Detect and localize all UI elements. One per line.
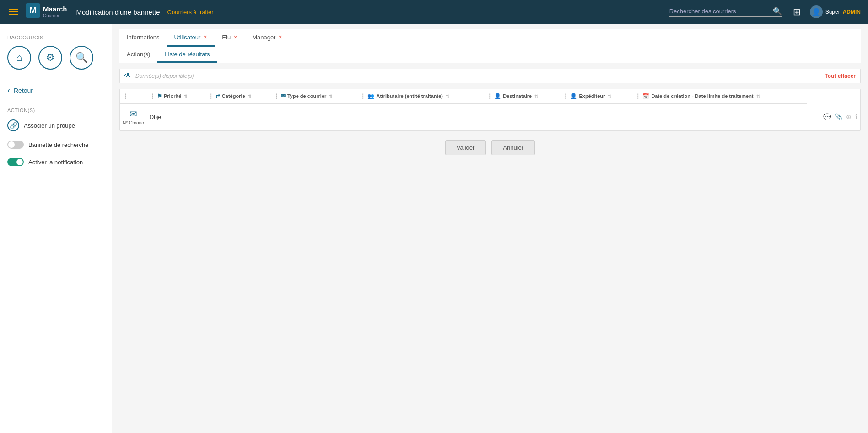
th-expediteur[interactable]: ⋮ 👤 Expéditeur ⇅ [560, 89, 632, 103]
toggle-knob-2 [16, 159, 23, 165]
bannette-toggle[interactable] [7, 141, 24, 149]
shortcut-gear-button[interactable]: ⚙ [38, 46, 62, 70]
sidebar: Raccourcis ⌂ ⚙ 🔍 ‹ Retour Action(s) 🔗 As… [0, 24, 112, 433]
col-drag-icon: ⋮ [150, 93, 155, 99]
menu-icon[interactable] [7, 7, 20, 17]
tab-elu[interactable]: Elu ✕ [215, 29, 245, 47]
th-attributaire-label: Attributaire (entité traitante) [376, 93, 442, 99]
associate-group-item[interactable]: 🔗 Associer un groupe [0, 115, 112, 136]
th-categorie-label: Catégorie [222, 93, 245, 99]
shortcuts-row: ⌂ ⚙ 🔍 [0, 42, 112, 77]
navbar: M Maarch Courrier Modification d'une ban… [0, 0, 868, 24]
tab-manager[interactable]: Manager ✕ [245, 29, 290, 47]
th-attributaire[interactable]: ⋮ 👥 Attributaire (entité traitante) ⇅ [357, 89, 484, 103]
shortcut-home-button[interactable]: ⌂ [7, 46, 31, 70]
avatar: 👤 [810, 5, 823, 18]
th-type-courrier[interactable]: ⋮ ✉ Type de courrier ⇅ [271, 89, 358, 103]
col-drag-icon-6: ⋮ [563, 93, 568, 99]
home-icon: ⌂ [16, 52, 22, 64]
tab-manager-label: Manager [252, 34, 275, 41]
search-icon[interactable]: 🔍 [773, 7, 782, 16]
col-drag-icon-7: ⋮ [635, 93, 641, 99]
objet-cell: Objet [147, 103, 807, 130]
sort-icon-2: ⇅ [248, 94, 252, 99]
back-button[interactable]: ‹ Retour [0, 81, 112, 100]
th-priorite-label: Priorité [164, 93, 182, 99]
sort-icon: ⇅ [184, 94, 188, 99]
th-date[interactable]: ⋮ 📅 Date de création - Date limite de tr… [632, 89, 807, 103]
user-menu[interactable]: 👤 Super ADMIN [810, 5, 861, 18]
filter-row: 👁 Donnée(s) disponible(s) Tout effacer [119, 69, 861, 83]
th-priorite[interactable]: ⋮ ⚑ Priorité ⇅ [147, 89, 205, 103]
info-icon[interactable]: ℹ [855, 113, 857, 120]
th-expediteur-label: Expéditeur [579, 93, 605, 99]
divider-1 [0, 79, 112, 79]
raccourcis-title: Raccourcis [0, 31, 112, 42]
shortcut-search-button[interactable]: 🔍 [70, 46, 93, 70]
th-destinataire-label: Destinataire [503, 93, 532, 99]
th-type-courrier-label: Type de courrier [287, 93, 326, 99]
th-drag[interactable]: ⋮ [120, 89, 147, 103]
th-date-label: Date de création - Date limite de traite… [651, 93, 753, 99]
activate-notification-label: Activer la notification [28, 159, 83, 166]
mail-icon: ✉ [129, 108, 137, 119]
associate-group-icon: 🔗 [7, 119, 19, 131]
tab-utilisateur-close[interactable]: ✕ [203, 35, 207, 40]
tab-informations-label: Informations [127, 34, 160, 41]
table-row: ✉ N° Chrono Objet 💬 📎 ⊕ [120, 103, 860, 130]
results-table: ⋮ ⋮ ⚑ Priorité ⇅ ⋮ [120, 89, 860, 130]
cancel-button[interactable]: Annuler [491, 140, 535, 155]
svg-text:M: M [30, 6, 37, 15]
navbar-logo: M Maarch Courrier [26, 3, 67, 21]
main-tabs: Informations Utilisateur ✕ Elu ✕ Manager… [119, 29, 861, 47]
layout: Raccourcis ⌂ ⚙ 🔍 ‹ Retour Action(s) 🔗 As… [0, 24, 868, 433]
activate-notification-item: Activer la notification [0, 153, 112, 171]
divider-2 [0, 102, 112, 102]
eye-icon[interactable]: 👁 [124, 72, 132, 80]
comment-icon[interactable]: 💬 [823, 113, 831, 120]
back-label: Retour [14, 87, 33, 94]
user-icon: 👤 [494, 93, 501, 99]
tab-elu-close[interactable]: ✕ [233, 35, 237, 40]
filter-placeholder: Donnée(s) disponible(s) [135, 73, 821, 79]
actions-title: Action(s) [0, 104, 112, 115]
tab-informations[interactable]: Informations [119, 29, 167, 47]
tab-utilisateur[interactable]: Utilisateur ✕ [167, 29, 215, 47]
tab-elu-label: Elu [222, 34, 231, 41]
sub-tab-liste-label: Liste de résultats [165, 51, 210, 58]
page-subtitle: Courriers à traiter [167, 9, 214, 16]
sub-tab-actions[interactable]: Action(s) [119, 47, 157, 63]
validate-button[interactable]: Valider [445, 140, 486, 155]
sort-icon-3: ⇅ [329, 94, 333, 99]
col-drag-icon-4: ⋮ [360, 93, 366, 99]
col-drag-icon-3: ⋮ [274, 93, 279, 99]
logo-courrier: Courrier [43, 13, 67, 18]
attachment-icon[interactable]: 📎 [835, 113, 842, 120]
th-categorie[interactable]: ⋮ ⇄ Catégorie ⇅ [205, 89, 271, 103]
th-destinataire[interactable]: ⋮ 👤 Destinataire ⇅ [484, 89, 560, 103]
gear-icon: ⚙ [46, 52, 55, 64]
tab-manager-close[interactable]: ✕ [278, 35, 282, 40]
action-buttons: Valider Annuler [119, 140, 861, 155]
users-icon: 👥 [367, 93, 374, 99]
search-input[interactable] [669, 8, 770, 15]
col-drag-icon-2: ⋮ [208, 93, 214, 99]
grid-icon[interactable]: ⊞ [793, 6, 801, 17]
row-actions-cell: 💬 📎 ⊕ ℹ [807, 103, 860, 130]
sub-tab-liste[interactable]: Liste de résultats [157, 47, 217, 63]
sort-icon-4: ⇅ [446, 94, 449, 99]
user-tie-icon: 👤 [570, 93, 577, 99]
calendar-icon: 📅 [642, 93, 649, 99]
search-bar[interactable]: 🔍 [669, 7, 782, 17]
flag-icon: ⚑ [157, 93, 162, 99]
main-content: Informations Utilisateur ✕ Elu ✕ Manager… [112, 24, 868, 433]
back-arrow-icon: ‹ [7, 86, 10, 95]
notification-toggle[interactable] [7, 158, 24, 166]
sub-tab-actions-label: Action(s) [127, 51, 150, 58]
logo-text: Maarch Courrier [43, 5, 67, 18]
toggle-knob [8, 141, 15, 148]
clear-filter-button[interactable]: Tout effacer [825, 73, 856, 79]
chrono-label: N° Chrono [123, 120, 144, 125]
sort-icon-5: ⇅ [534, 94, 538, 99]
link-icon[interactable]: ⊕ [846, 113, 852, 120]
